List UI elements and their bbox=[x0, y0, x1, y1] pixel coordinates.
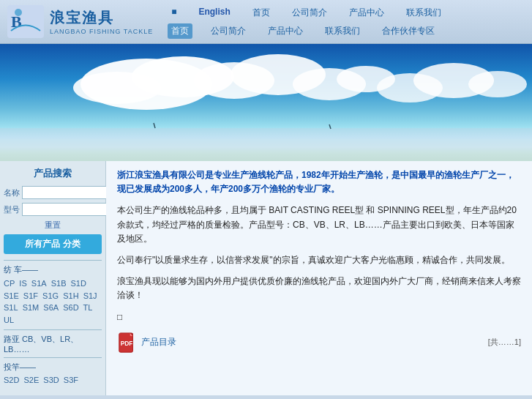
search-model-row: 型号 搜 bbox=[4, 203, 102, 216]
nav-bottom-1[interactable]: 公司简介 bbox=[207, 23, 250, 39]
sidebar-divider-2 bbox=[4, 329, 102, 330]
content-para-2: 本公司生产的渔线轮品种多，且均属于 BAIT CASTING REEL型 和 S… bbox=[117, 204, 521, 246]
item-s2e[interactable]: S2E bbox=[23, 376, 39, 384]
item-tl[interactable]: TL bbox=[83, 303, 92, 312]
item-s1a[interactable]: S1A bbox=[31, 279, 47, 288]
sidebar-divider-1 bbox=[4, 260, 102, 261]
logo-area: B 浪宝渔具 LANGBAO FISHING TACKLE bbox=[7, 5, 153, 38]
sidebar: 产品搜索 名称 搜 型号 搜 重置 所有产品 分类 纺 车—— CP IS S1… bbox=[0, 161, 106, 395]
search-name-label: 名称 bbox=[4, 187, 20, 198]
all-categories-button[interactable]: 所有产品 分类 bbox=[4, 234, 102, 254]
item-s1h[interactable]: S1H bbox=[63, 291, 78, 300]
nav-top: ■ English 首页 公司简介 产品中心 联系我们 bbox=[168, 5, 525, 20]
nav-area: ■ English 首页 公司简介 产品中心 联系我们 首页 公司简介 产品中心… bbox=[168, 5, 525, 39]
nav-bottom-0[interactable]: 首页 bbox=[168, 23, 192, 39]
header: B 浪宝渔具 LANGBAO FISHING TACKLE ■ English … bbox=[0, 0, 532, 44]
svg-point-2 bbox=[15, 9, 22, 16]
nav-top-1[interactable]: 首页 bbox=[249, 5, 274, 20]
item-s2d[interactable]: S2D bbox=[4, 376, 19, 384]
item-s6a[interactable]: S6A bbox=[43, 303, 59, 312]
nav-bottom: 首页 公司简介 产品中心 联系我们 合作伙伴专区 bbox=[168, 23, 525, 39]
item-s1m[interactable]: S1M bbox=[23, 303, 40, 312]
sidebar-category-spinning: 纺 车—— bbox=[4, 264, 102, 275]
logo-icon: B bbox=[7, 5, 44, 38]
item-ul[interactable]: UL bbox=[4, 316, 14, 324]
nav-english[interactable]: English bbox=[195, 5, 233, 20]
item-s1j[interactable]: S1J bbox=[83, 291, 97, 300]
reset-link[interactable]: 重置 bbox=[4, 220, 102, 231]
main-content: 产品搜索 名称 搜 型号 搜 重置 所有产品 分类 纺 车—— CP IS S1… bbox=[0, 161, 532, 395]
content-para-3: 公司奉行"以质量求生存，以信誉求发展"的宗旨，真诚欢迎广大客户光临惠顾，精诚合作… bbox=[117, 253, 521, 267]
hero-image bbox=[0, 44, 532, 161]
content-para-5: □ bbox=[117, 310, 521, 324]
item-s1g[interactable]: S1G bbox=[42, 291, 59, 300]
lure-section-label: 路亚 CB、VB、LR、LB…… bbox=[4, 334, 102, 354]
content-para-4: 浪宝渔具现以能够为国内外用户提供优质价廉的渔线轮产品，欢迎国内外广大厂商，经销商… bbox=[117, 275, 521, 302]
casting-rod-label: 投竿—— bbox=[4, 362, 102, 373]
item-s6d[interactable]: S6D bbox=[63, 303, 78, 312]
pdf-link-area[interactable]: PDF 产品目录 bbox=[117, 332, 176, 354]
svg-text:PDF: PDF bbox=[121, 339, 133, 346]
logo-chinese-text: 浪宝渔具 bbox=[50, 8, 153, 28]
bullet-icon: □ bbox=[117, 312, 122, 322]
item-s3f[interactable]: S3F bbox=[64, 376, 78, 384]
svg-rect-15 bbox=[0, 139, 532, 161]
logo-text: 浪宝渔具 LANGBAO FISHING TACKLE bbox=[50, 8, 153, 35]
nav-bottom-4[interactable]: 合作伙伴专区 bbox=[378, 23, 438, 39]
item-s1d[interactable]: S1D bbox=[71, 279, 86, 288]
item-s1b[interactable]: S1B bbox=[51, 279, 67, 288]
content-para-1: 浙江浪宝渔具有限公司是专业生产渔线轮产品，1982年开始生产渔轮，是中国最早的渔… bbox=[117, 168, 521, 196]
nav-bottom-3[interactable]: 联系我们 bbox=[321, 23, 364, 39]
pdf-label[interactable]: 产品目录 bbox=[141, 336, 176, 348]
spinning-reel-label: 纺 车—— bbox=[4, 264, 38, 275]
nav-top-4[interactable]: 联系我们 bbox=[402, 5, 445, 20]
spinning-reel-items: CP IS S1A S1B S1D S1E S1F S1G S1H S1J S1… bbox=[4, 277, 102, 326]
item-s1e[interactable]: S1E bbox=[4, 291, 19, 300]
item-cp[interactable]: CP bbox=[4, 279, 15, 288]
casting-rod-items: S2D S2E S3D S3F bbox=[4, 374, 102, 387]
item-s1l[interactable]: S1L bbox=[4, 303, 18, 312]
logo-english-subtext: LANGBAO FISHING TACKLE bbox=[50, 28, 153, 35]
content-area: 浙江浪宝渔具有限公司是专业生产渔线轮产品，1982年开始生产渔轮，是中国最早的渔… bbox=[106, 161, 532, 395]
nav-top-3[interactable]: 产品中心 bbox=[345, 5, 388, 20]
nav-top-2[interactable]: 公司简介 bbox=[288, 5, 331, 20]
pdf-icon: PDF bbox=[117, 332, 138, 354]
sidebar-divider-3 bbox=[4, 357, 102, 358]
search-name-row: 名称 搜 bbox=[4, 186, 102, 199]
item-s1f[interactable]: S1F bbox=[23, 291, 38, 300]
item-s3d[interactable]: S3D bbox=[43, 376, 59, 384]
nav-bottom-2[interactable]: 产品中心 bbox=[264, 23, 307, 39]
nav-home-icon[interactable]: ■ bbox=[168, 5, 180, 20]
item-is[interactable]: IS bbox=[19, 279, 26, 288]
pdf-area: PDF 产品目录 [共……1] bbox=[117, 332, 521, 354]
svg-point-6 bbox=[73, 72, 161, 104]
pdf-pages: [共……1] bbox=[488, 337, 521, 348]
svg-point-13 bbox=[468, 71, 527, 97]
sidebar-title: 产品搜索 bbox=[4, 167, 102, 180]
search-model-label: 型号 bbox=[4, 204, 20, 215]
